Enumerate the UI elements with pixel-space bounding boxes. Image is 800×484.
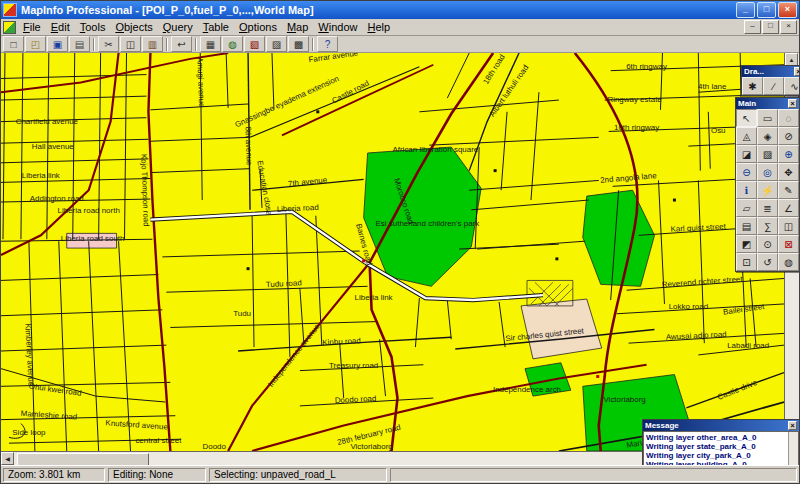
undo-icon[interactable]: ↩ (171, 36, 192, 52)
copy-icon[interactable]: ◫ (120, 36, 141, 52)
map-label: 4th lane (698, 82, 727, 91)
map-label: Treasury road (329, 361, 378, 370)
district-tool-icon[interactable]: ◫ (778, 217, 799, 235)
drawing-palette-titlebar[interactable]: Dra... × (742, 66, 799, 77)
invert-selection-tool-icon[interactable]: ◪ (736, 145, 757, 163)
ruler-tool-icon[interactable]: ∠ (778, 199, 799, 217)
cut-icon[interactable]: ✂ (98, 36, 119, 52)
poi-marker (555, 257, 558, 260)
set-target-tool-icon[interactable]: ⊙ (757, 235, 778, 253)
title-bar[interactable]: MapInfo Professional - [POI_P_0,fuel_P_0… (1, 1, 799, 19)
new-redistricter-icon[interactable]: ▩ (288, 36, 309, 52)
mdi-minimize-button[interactable]: – (744, 20, 761, 34)
drag-map-tool-icon[interactable]: ▱ (736, 199, 757, 217)
poi-marker (316, 110, 319, 113)
new-layout-icon[interactable]: ▨ (266, 36, 287, 52)
map-label: central street (135, 436, 182, 445)
status-zoom[interactable]: Zoom: 3.801 km (3, 468, 105, 482)
menu-file[interactable]: File (18, 20, 46, 34)
map-drawing[interactable]: Farrar avenueAmugi avenue8th avenueKojo … (1, 53, 784, 451)
maximize-button[interactable]: □ (757, 2, 776, 18)
toolbar-separator (195, 38, 197, 51)
scroll-left-icon[interactable]: ◀ (1, 452, 14, 465)
zoom-out-tool-icon[interactable]: ⊖ (736, 163, 757, 181)
main-palette-close-icon[interactable]: × (788, 99, 797, 108)
poi-marker (673, 199, 676, 202)
menu-map[interactable]: Map (282, 20, 313, 34)
symbol-tool-icon[interactable]: ✱ (742, 77, 763, 95)
clip-region-tool-icon[interactable]: ⊠ (778, 235, 799, 253)
message-scrollbar[interactable] (788, 432, 798, 465)
poi-marker (596, 375, 599, 378)
child-window-icon[interactable] (3, 21, 16, 34)
mdi-restore-button[interactable]: □ (762, 20, 779, 34)
message-line: Writing layer state_park_A_0 (646, 442, 786, 451)
map-label: Osu (711, 126, 726, 135)
zoom-in-tool-icon[interactable]: ⊕ (778, 145, 799, 163)
map-label: Victoriaborg (603, 395, 645, 404)
poi-marker (247, 267, 250, 270)
line-tool-icon[interactable]: ∕ (763, 77, 784, 95)
window-title: MapInfo Professional - [POI_P_0,fuel_P_0… (21, 4, 732, 16)
marquee-select-tool-icon[interactable]: ▭ (757, 109, 778, 127)
menu-edit[interactable]: Edit (46, 20, 75, 34)
hotlink-tool-icon[interactable]: ⚡ (757, 181, 778, 199)
status-editing[interactable]: Editing: None (108, 468, 206, 482)
legend-tool-icon[interactable]: ▤ (736, 217, 757, 235)
statistics-tool-icon[interactable]: ∑ (757, 217, 778, 235)
layer-control-tool-icon[interactable]: ≣ (757, 199, 778, 217)
message-lines: Writing layer other_area_A_0Writing laye… (644, 432, 788, 465)
menu-window[interactable]: Window (313, 20, 362, 34)
clip-onoff-tool-icon[interactable]: ⊡ (736, 253, 757, 271)
graph-select-tool-icon[interactable]: ▨ (757, 145, 778, 163)
change-view-tool-icon[interactable]: ◎ (757, 163, 778, 181)
boundary-select-tool-icon[interactable]: ◈ (757, 127, 778, 145)
main-palette-buttons: ↖▭◌◬◈⊘◪▨⊕⊖◎✥ℹ⚡✎▱≣∠▤∑◫◩⊙⊠⊡↺◍ (736, 109, 799, 271)
map-label: Tudu (233, 309, 251, 318)
minimize-button[interactable]: _ (736, 2, 755, 18)
menu-help[interactable]: Help (362, 20, 395, 34)
new-browser-icon[interactable]: ▦ (200, 36, 221, 52)
new-grapher-icon[interactable]: ▧ (244, 36, 265, 52)
label-tool-icon[interactable]: ✎ (778, 181, 799, 199)
map-canvas[interactable]: Farrar avenueAmugi avenue8th avenueKojo … (1, 53, 784, 451)
message-window-close-icon[interactable]: × (788, 421, 797, 430)
new-table-icon[interactable]: □ (3, 36, 24, 52)
select-tool-icon[interactable]: ↖ (736, 109, 757, 127)
menu-objects[interactable]: Objects (110, 20, 157, 34)
horizontal-scroll-thumb[interactable] (17, 453, 149, 465)
app-icon (3, 3, 17, 17)
paste-icon[interactable]: ▥ (142, 36, 163, 52)
search-tool-icon[interactable]: ◍ (778, 253, 799, 271)
previous-view-tool-icon[interactable]: ↺ (757, 253, 778, 271)
new-mapper-icon[interactable]: ◍ (222, 36, 243, 52)
map-label: Chartfield avenue (16, 117, 79, 126)
menu-table[interactable]: Table (198, 20, 234, 34)
map-label: Tudu road (266, 278, 302, 289)
unselect-all-tool-icon[interactable]: ⊘ (778, 127, 799, 145)
status-selecting[interactable]: Selecting: unpaved_road_L (209, 468, 387, 482)
save-table-icon[interactable]: ▣ (47, 36, 68, 52)
poi-marker (494, 169, 497, 172)
drawing-palette-buttons: ✱∕∿ (742, 77, 799, 95)
standard-toolbar: □◰▣▤✂◫▥↩▦◍▧▨▩? (1, 36, 799, 53)
polyline-tool-icon[interactable]: ∿ (784, 77, 799, 95)
main-palette-titlebar[interactable]: Main × (736, 98, 799, 109)
mdi-close-button[interactable]: × (780, 20, 797, 34)
polygon-select-tool-icon[interactable]: ◬ (736, 127, 757, 145)
menu-options[interactable]: Options (234, 20, 282, 34)
close-button[interactable]: × (778, 2, 797, 18)
open-table-icon[interactable]: ◰ (25, 36, 46, 52)
pan-tool-icon[interactable]: ✥ (778, 163, 799, 181)
help-icon[interactable]: ? (317, 36, 338, 52)
menu-tools[interactable]: Tools (75, 20, 111, 34)
menu-query[interactable]: Query (158, 20, 198, 34)
menu-items: FileEditToolsObjectsQueryTableOptionsMap… (18, 20, 395, 34)
drawing-palette-close-icon[interactable]: × (794, 67, 799, 76)
assign-selected-tool-icon[interactable]: ◩ (736, 235, 757, 253)
info-tool-icon[interactable]: ℹ (736, 181, 757, 199)
radius-select-tool-icon[interactable]: ◌ (778, 109, 799, 127)
print-icon[interactable]: ▤ (69, 36, 90, 52)
toolbar-separator (166, 38, 168, 51)
message-window-titlebar[interactable]: Message × (643, 420, 799, 431)
